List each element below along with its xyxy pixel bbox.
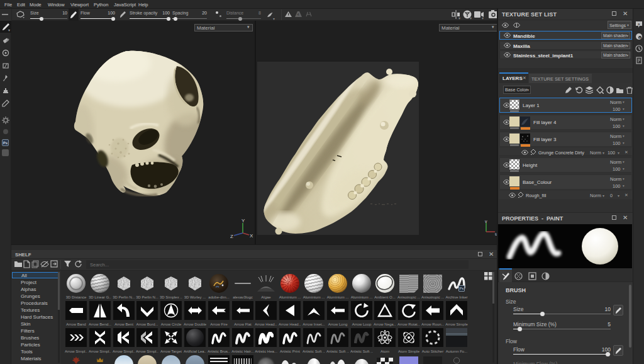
svg-text:X: X <box>250 233 253 239</box>
svg-text:Z: Z <box>230 234 233 239</box>
svg-text:Y: Y <box>242 219 245 224</box>
svg-text:v: v <box>485 220 487 224</box>
svg-text:a: a <box>639 36 641 40</box>
